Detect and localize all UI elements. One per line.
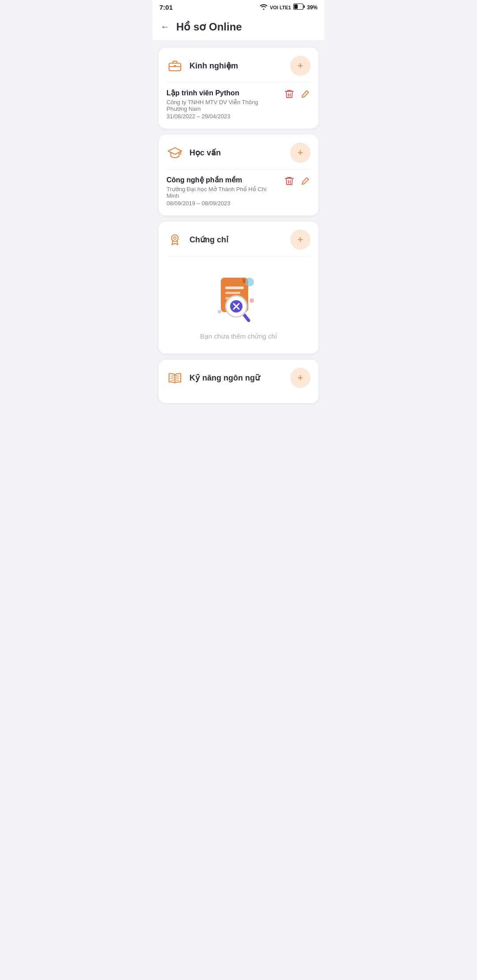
ky-nang-left: Kỹ năng ngôn ngữ [167, 369, 260, 386]
ky-nang-ngon-ngu-card: Kỹ năng ngôn ngữ + [159, 360, 318, 403]
kinh-nghiem-entry-title: Lập trình viên Python [167, 89, 280, 97]
certificate-icon [167, 231, 183, 248]
chung-chi-title: Chứng chỉ [189, 235, 228, 245]
svg-line-29 [176, 380, 179, 381]
main-content: Kinh nghiệm + Lập trình viên Python Công… [152, 41, 325, 412]
add-hoc-van-button[interactable]: + [290, 143, 310, 163]
briefcase-icon [167, 57, 183, 74]
wifi-icon [260, 4, 268, 11]
hoc-van-entry-info: Công nghệ phần mềm Trường Đại học Mở Thà… [167, 176, 280, 207]
battery-percent: 39% [307, 4, 318, 11]
delete-hoc-van-button[interactable] [284, 176, 295, 186]
kinh-nghiem-entry-info: Lập trình viên Python Công ty TNHH MTV D… [167, 89, 280, 120]
graduation-icon [167, 144, 183, 161]
svg-line-25 [171, 378, 174, 378]
back-button[interactable]: ← [160, 22, 170, 32]
svg-line-26 [171, 380, 174, 381]
hoc-van-divider [167, 169, 310, 170]
svg-rect-1 [294, 4, 298, 9]
svg-line-24 [171, 376, 174, 376]
page-header: ← Hồ sơ Online [152, 15, 325, 41]
chung-chi-empty-text: Bạn chưa thêm chứng chỉ [200, 332, 277, 340]
svg-point-11 [171, 235, 178, 241]
hoc-van-entry: Công nghệ phần mềm Trường Đại học Mở Thà… [167, 176, 310, 207]
signal-icon: VOl LTE1 [270, 5, 291, 10]
add-ky-nang-button[interactable]: + [290, 368, 310, 388]
hoc-van-title: Học vấn [189, 148, 221, 158]
svg-line-27 [176, 376, 179, 376]
svg-marker-7 [168, 148, 182, 155]
chung-chi-card: Chứng chỉ + [159, 222, 318, 354]
page-title: Hồ sơ Online [176, 21, 242, 33]
status-bar: 7:01 VOl LTE1 39% [152, 0, 325, 15]
hoc-van-actions [284, 176, 310, 186]
kinh-nghiem-entry: Lập trình viên Python Công ty TNHH MTV D… [167, 89, 310, 120]
hoc-van-entry-date: 08/09/2019 – 08/09/2023 [167, 200, 280, 207]
svg-point-21 [250, 298, 254, 303]
chung-chi-left: Chứng chỉ [167, 231, 228, 248]
svg-point-17 [245, 278, 254, 286]
kinh-nghiem-title: Kinh nghiệm [189, 61, 238, 71]
ky-nang-header: Kỹ năng ngôn ngữ + [167, 368, 310, 388]
svg-line-28 [176, 378, 179, 378]
kinh-nghiem-entry-subtitle: Công ty TNHH MTV DV Viễn Thông Phương Na… [167, 99, 280, 112]
svg-point-12 [174, 237, 176, 239]
hoc-van-card: Học vấn + Công nghệ phần mềm Trường Đại … [159, 135, 318, 215]
chung-chi-header: Chứng chỉ + [167, 230, 310, 250]
kinh-nghiem-card: Kinh nghiệm + Lập trình viên Python Công… [159, 48, 318, 128]
chung-chi-divider [167, 256, 310, 256]
status-icons: VOl LTE1 39% [260, 4, 318, 11]
edit-hoc-van-button[interactable] [300, 176, 310, 186]
language-icon [167, 369, 183, 386]
kinh-nghiem-divider [167, 82, 310, 83]
empty-illustration [210, 270, 267, 327]
hoc-van-left: Học vấn [167, 144, 221, 161]
hoc-van-header: Học vấn + [167, 143, 310, 163]
ky-nang-title: Kỹ năng ngôn ngữ [189, 373, 260, 383]
kinh-nghiem-left: Kinh nghiệm [167, 57, 238, 74]
delete-kinh-nghiem-button[interactable] [284, 89, 295, 99]
edit-kinh-nghiem-button[interactable] [300, 89, 310, 99]
svg-rect-14 [225, 286, 244, 289]
hoc-van-entry-subtitle: Trường Đại học Mở Thành Phố Hồ Chí Minh [167, 186, 280, 199]
status-time: 7:01 [159, 4, 173, 11]
chung-chi-empty-state: Bạn chưa thêm chứng chỉ [167, 263, 310, 345]
svg-rect-15 [225, 292, 240, 294]
hoc-van-entry-title: Công nghệ phần mềm [167, 176, 280, 184]
battery-icon [293, 4, 305, 11]
add-kinh-nghiem-button[interactable]: + [290, 56, 310, 76]
kinh-nghiem-entry-date: 31/08/2022 – 29/04/2023 [167, 113, 280, 120]
kinh-nghiem-actions [284, 89, 310, 99]
add-chung-chi-button[interactable]: + [290, 230, 310, 250]
kinh-nghiem-header: Kinh nghiệm + [167, 56, 310, 76]
svg-point-22 [218, 310, 221, 313]
